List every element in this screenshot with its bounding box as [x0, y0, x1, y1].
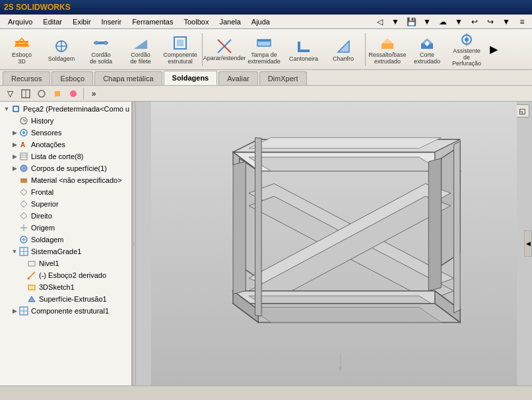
tree-sup-ext1-icon	[26, 294, 37, 304]
tool-chanfro[interactable]: Chanfro	[324, 32, 362, 67]
svg-rect-57	[28, 261, 35, 266]
svg-marker-96	[454, 141, 461, 313]
svg-marker-9	[134, 40, 147, 49]
toolbar-btn-options[interactable]: ▼	[499, 15, 514, 28]
svg-rect-0	[15, 41, 28, 43]
tool-soldagem[interactable]: Soldagem	[42, 32, 81, 67]
tree-lista-corte-exp[interactable]: ▶	[11, 153, 18, 160]
tb2-btn4[interactable]	[66, 87, 81, 100]
tree-comp-est1-exp[interactable]: ▶	[11, 308, 18, 314]
tree-root-expander[interactable]: ▼	[3, 106, 11, 112]
toolbar-btn-save[interactable]: 💾	[404, 15, 418, 28]
tree-corpos-superficie[interactable]: ▶ Corpos de superfície(1)	[1, 162, 130, 174]
menu-ferramentas[interactable]: Ferramentas	[127, 17, 178, 27]
tool-assistente-perfuracao[interactable]: Assistente dePerfuração	[448, 32, 486, 67]
menu-arquivo[interactable]: Arquivo	[3, 17, 38, 27]
tab-avaliar[interactable]: Avaliar	[218, 71, 257, 85]
tab-dimxpert[interactable]: DimXpert	[259, 71, 307, 85]
tool-aparar-estender[interactable]: Aparar/estender	[205, 32, 244, 67]
tree-lista-corte-icon	[18, 151, 29, 162]
panel-expand-btn[interactable]: ◀	[524, 230, 532, 257]
tampa-extremidade-icon	[255, 34, 273, 52]
tree-sistema-grade1-exp[interactable]: ▼	[11, 248, 18, 255]
toolbar-btn-dropdown1[interactable]: ▼	[388, 15, 403, 28]
toolbar-btn-undo[interactable]: ↩	[467, 15, 482, 28]
main-area: ▼ Peça2 (Predeterminada<Como u History ▶	[0, 102, 532, 385]
tool-cordao-solda[interactable]: Cordãode solda	[82, 32, 120, 67]
tree-lista-corte[interactable]: ▶ Lista de corte(8)	[1, 150, 130, 162]
svg-marker-97	[255, 137, 262, 316]
menu-exibir[interactable]: Exibir	[67, 17, 96, 27]
svg-marker-80	[249, 137, 441, 148]
tree-corpos-sup-exp[interactable]: ▶	[11, 165, 18, 172]
menu-toolbox[interactable]: Toolbox	[178, 17, 214, 27]
titlebar: 2S SOLIDWORKS	[0, 0, 532, 15]
tree-anotacoes-exp[interactable]: ▶	[11, 141, 18, 148]
tree-origem[interactable]: Origem	[1, 222, 130, 234]
tool-corte-extrudado[interactable]: Corteextrudado	[408, 32, 446, 67]
tb2-more[interactable]: »	[86, 87, 101, 100]
tb2-btn1[interactable]	[18, 87, 33, 100]
tree-history[interactable]: History	[1, 115, 130, 127]
tree-sup-ext1-label: Superfície-Extrusão1	[39, 295, 107, 303]
tree-material[interactable]: Material <não especificado>	[1, 174, 130, 186]
tree-sistema-grade1-icon	[18, 246, 29, 257]
tree-componente-estrutural1[interactable]: ▶ Componente estrutural1	[1, 305, 130, 317]
tree-superior[interactable]: Superior	[1, 198, 130, 210]
tb2-btn3[interactable]	[50, 87, 65, 100]
tree-direito-icon	[18, 211, 29, 221]
soldagem-icon	[52, 37, 71, 55]
menu-ajuda[interactable]: Ajuda	[246, 17, 275, 27]
tree-soldagem-icon	[18, 234, 29, 245]
tree-sistema-grade1-label: SistemaGrade1	[31, 248, 81, 255]
toolbar-btn-dropdown3[interactable]: ▼	[451, 15, 466, 28]
tree-esboço2-derivado[interactable]: (-) Esboço2 derivado	[1, 269, 130, 281]
componente-estrutural-icon	[171, 34, 189, 52]
tool-cordao-filete-label: Cordãode filete	[130, 52, 151, 65]
tb2-btn2[interactable]	[34, 87, 49, 100]
chanfro-icon	[334, 37, 352, 55]
svg-marker-76	[249, 157, 441, 171]
tree-sensores[interactable]: ▶ Sensores	[1, 127, 130, 139]
tab-recursos[interactable]: Recursos	[3, 71, 50, 85]
tree-sistema-grade1[interactable]: ▼ SistemaGrade1	[1, 246, 130, 257]
tree-superficie-extrusao1[interactable]: Superfície-Extrusão1	[1, 293, 130, 305]
tool-cantoneira[interactable]: Cantoneira	[284, 32, 323, 67]
svg-marker-61	[28, 296, 35, 302]
tree-soldagem[interactable]: Soldagem	[1, 234, 130, 246]
svg-rect-39	[20, 153, 27, 160]
tree-anotacoes[interactable]: ▶ A Anotações	[1, 139, 130, 150]
toolbar-btn-expand[interactable]: ≡	[515, 15, 529, 28]
tool-chanfro-label: Chanfro	[333, 55, 354, 62]
tool-esboço3d[interactable]: Esboço3D	[3, 32, 41, 67]
tree-sensores-exp[interactable]: ▶	[11, 129, 18, 136]
svg-line-58	[28, 272, 35, 279]
tool-componente-estrutural[interactable]: Componenteestrutural	[161, 32, 199, 67]
tree-history-icon	[18, 116, 29, 126]
tool-ressalto-base[interactable]: Ressalto/baseextrudado	[368, 32, 407, 67]
tb2-filter[interactable]: ▽	[3, 87, 17, 100]
toolbar-btn-cloud[interactable]: ☁	[436, 15, 450, 28]
toolbar-btn-redo[interactable]: ↪	[483, 15, 498, 28]
tab-chapa-metalica[interactable]: Chapa metálica	[94, 71, 162, 85]
tree-nivel1[interactable]: Nivel1	[1, 257, 130, 269]
svg-marker-16	[298, 42, 310, 52]
svg-rect-15	[257, 40, 271, 42]
tree-frontal[interactable]: Frontal	[1, 186, 130, 198]
tree-root[interactable]: ▼ Peça2 (Predeterminada<Como u	[1, 103, 130, 115]
tree-3dsketch1[interactable]: 3DSketch1	[1, 281, 130, 293]
toolbar-btn-dropdown2[interactable]: ▼	[420, 15, 434, 28]
toolbar-more[interactable]: ▶	[490, 43, 498, 55]
svg-marker-45	[20, 189, 27, 195]
tree-superior-icon	[18, 199, 29, 209]
tab-esboço[interactable]: Esboço	[51, 71, 93, 85]
tab-soldagens[interactable]: Soldagens	[164, 71, 218, 85]
tool-tampa-extremidade[interactable]: Tampa deextremidade	[245, 32, 283, 67]
menu-janela[interactable]: Janela	[214, 17, 246, 27]
tree-direito[interactable]: Direito	[1, 210, 130, 222]
menu-inserir[interactable]: Inserir	[96, 17, 127, 27]
menu-editar[interactable]: Editar	[38, 17, 67, 27]
tool-cordao-filete[interactable]: Cordãode filete	[121, 32, 160, 67]
svg-point-7	[94, 41, 98, 45]
toolbar-btn-back[interactable]: ◁	[372, 15, 387, 28]
